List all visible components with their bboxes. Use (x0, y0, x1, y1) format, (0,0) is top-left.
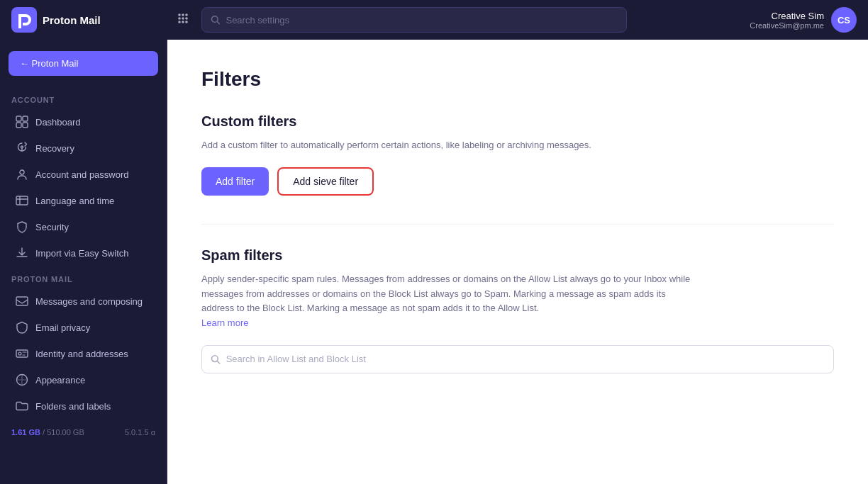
back-to-proton-mail-button[interactable]: ← Proton Mail (9, 51, 158, 76)
logo-text: Proton Mail (43, 14, 101, 26)
svg-point-20 (18, 352, 21, 355)
svg-rect-11 (16, 116, 21, 121)
main-layout: ← Proton Mail ACCOUNT Dashboard Recovery (0, 40, 868, 484)
svg-rect-17 (16, 196, 28, 205)
language-icon (16, 194, 28, 207)
sidebar-item-appearance-label: Appearance (35, 375, 85, 385)
svg-point-6 (185, 17, 188, 20)
storage-used: 1.61 GB (11, 428, 40, 437)
search-allow-block-icon (211, 354, 221, 364)
sidebar-item-messages[interactable]: Messages and composing (4, 288, 162, 314)
identity-icon (16, 347, 28, 360)
page-title: Filters (201, 68, 834, 91)
version: 5.0.1.5 α (125, 428, 155, 437)
folders-icon (16, 400, 28, 412)
svg-point-16 (20, 170, 24, 174)
svg-point-1 (178, 13, 181, 16)
recovery-icon (16, 142, 28, 154)
sidebar-item-security-label: Security (35, 222, 69, 232)
sidebar-item-dashboard-label: Dashboard (35, 117, 81, 128)
sidebar-item-folders-label: Folders and labels (35, 401, 111, 412)
content-area: Filters Custom filters Add a custom filt… (167, 40, 868, 484)
sidebar-item-recovery-label: Recovery (35, 143, 74, 154)
proton-logo-icon (11, 7, 37, 33)
sidebar-item-folders[interactable]: Folders and labels (4, 393, 162, 419)
appearance-icon (16, 373, 28, 386)
sidebar: ← Proton Mail ACCOUNT Dashboard Recovery (0, 40, 167, 484)
learn-more-link[interactable]: Learn more (201, 317, 248, 328)
sidebar-item-account-password[interactable]: Account and password (4, 162, 162, 187)
sidebar-item-security[interactable]: Security (4, 214, 162, 240)
user-name: Creative Sim (750, 11, 824, 21)
custom-filters-actions: Add filter Add sieve filter (201, 167, 834, 196)
sidebar-item-dashboard[interactable]: Dashboard (4, 109, 162, 135)
add-filter-button[interactable]: Add filter (201, 167, 269, 196)
svg-point-9 (185, 21, 188, 23)
avatar[interactable]: CS (831, 7, 857, 33)
security-icon (16, 220, 28, 233)
sidebar-item-email-privacy[interactable]: Email privacy (4, 315, 162, 340)
logo-area: Proton Mail (11, 7, 167, 33)
storage-total: 510.00 GB (47, 428, 84, 437)
user-info: Creative Sim CreativeSim@pm.me (750, 11, 824, 30)
sidebar-item-import-label: Import via Easy Switch (35, 248, 129, 259)
sidebar-item-messages-label: Messages and composing (35, 296, 143, 307)
user-area: Creative Sim CreativeSim@pm.me CS (750, 7, 857, 33)
allow-block-search (201, 345, 834, 373)
sidebar-item-import[interactable]: Import via Easy Switch (4, 240, 162, 266)
svg-rect-0 (11, 7, 37, 33)
search-icon (211, 15, 220, 25)
sidebar-item-email-privacy-label: Email privacy (35, 322, 90, 333)
dashboard-icon (16, 116, 28, 128)
proton-mail-section-label: PROTON MAIL (0, 266, 167, 288)
allow-block-search-input[interactable] (226, 354, 825, 364)
svg-rect-13 (16, 123, 21, 128)
svg-point-8 (182, 21, 184, 23)
sidebar-item-language-time[interactable]: Language and time (4, 188, 162, 213)
storage-info: 1.61 GB / 510.00 GB (11, 428, 84, 437)
search-bar (201, 7, 627, 33)
svg-rect-14 (23, 123, 28, 128)
account-icon (16, 168, 28, 181)
spam-filters-desc: Apply sender-specific spam rules. Messag… (201, 272, 698, 331)
spam-filters-title: Spam filters (201, 247, 834, 264)
svg-rect-12 (23, 116, 28, 121)
account-section-label: ACCOUNT (0, 87, 167, 108)
search-input[interactable] (226, 15, 618, 26)
sidebar-item-appearance[interactable]: Appearance (4, 367, 162, 393)
user-email: CreativeSim@pm.me (750, 21, 824, 30)
svg-rect-19 (16, 350, 28, 357)
grid-icon[interactable] (176, 11, 190, 29)
add-sieve-filter-button[interactable]: Add sieve filter (277, 167, 374, 196)
sidebar-item-identity[interactable]: Identity and addresses (4, 341, 162, 366)
svg-point-2 (182, 13, 184, 16)
import-icon (16, 247, 28, 259)
sidebar-item-account-password-label: Account and password (35, 169, 129, 180)
section-divider (201, 224, 834, 225)
privacy-icon (16, 321, 28, 334)
topbar: Proton Mail Creative Sim Cre (0, 0, 868, 40)
svg-point-5 (182, 17, 184, 20)
sidebar-item-identity-label: Identity and addresses (35, 349, 128, 359)
sidebar-item-language-time-label: Language and time (35, 196, 114, 206)
svg-point-7 (178, 21, 181, 23)
svg-point-4 (178, 17, 181, 20)
custom-filters-desc: Add a custom filter to automatically per… (201, 138, 698, 153)
svg-point-3 (185, 13, 188, 16)
messages-icon (16, 295, 28, 308)
sidebar-item-recovery[interactable]: Recovery (4, 135, 162, 161)
custom-filters-title: Custom filters (201, 113, 834, 130)
